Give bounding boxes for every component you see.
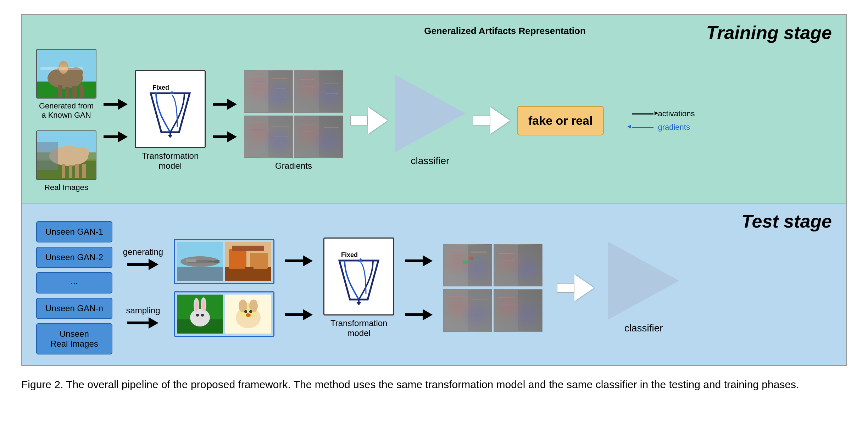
svg-rect-38	[303, 86, 315, 87]
test-thumb-room	[225, 242, 271, 281]
arrows-to-test-grads	[405, 255, 433, 320]
transform-inner-train: Fixed	[135, 70, 206, 148]
figure-caption: Figure 2. The overall pipeline of the pr…	[21, 366, 801, 396]
legend-box: activations gradients	[632, 109, 695, 132]
training-content: Generated froma Known GAN	[36, 42, 832, 192]
svg-rect-35	[295, 71, 319, 112]
svg-rect-44	[247, 122, 266, 123]
transform-box-train: Fixed Transformationmodel	[135, 70, 206, 171]
gan-list: Unseen GAN-1 Unseen GAN-2 ··· Unseen GAN…	[36, 221, 112, 354]
double-arrow-left	[104, 99, 128, 142]
classifier-box-test: classifier	[608, 242, 679, 334]
transform-inner-test: Fixed	[323, 237, 394, 315]
svg-point-76	[201, 314, 204, 317]
svg-point-15	[77, 148, 89, 157]
svg-rect-65	[250, 253, 268, 269]
svg-rect-25	[244, 71, 293, 112]
grad-img-test-1	[443, 244, 542, 286]
svg-point-77	[198, 317, 202, 320]
svg-rect-6	[72, 86, 77, 97]
svg-rect-45	[250, 129, 266, 130]
svg-point-85	[246, 313, 251, 317]
arrows-after-images	[285, 255, 313, 320]
test-stage: Test stage Unseen GAN-1 Unseen GAN-2 ···…	[22, 203, 846, 365]
gradients-label-train: Gradients	[275, 161, 312, 171]
test-img-grids	[174, 239, 274, 337]
big-arrow-to-classifier-train	[350, 107, 388, 134]
svg-rect-19	[82, 164, 86, 178]
svg-rect-97	[469, 257, 474, 260]
input-images-col: Generated froma Known GAN	[36, 49, 96, 192]
svg-rect-32	[246, 91, 267, 92]
transform-label-test: Transformationmodel	[330, 318, 388, 338]
svg-rect-102	[502, 260, 514, 261]
legend-gradients-label: gradients	[658, 123, 690, 132]
svg-rect-27	[268, 71, 293, 112]
svg-rect-61	[196, 258, 202, 260]
svg-point-84	[249, 310, 252, 313]
svg-rect-52	[299, 124, 316, 124]
test-content: Unseen GAN-1 Unseen GAN-2 ··· Unseen GAN…	[36, 214, 832, 354]
training-stage: Training stage Generalized Artifacts Rep…	[22, 15, 846, 203]
sampling-label: sampling	[126, 306, 160, 315]
input1-label: Generated froma Known GAN	[39, 101, 94, 120]
gan-box-1: Unseen GAN-1	[36, 221, 112, 242]
generating-label: generating	[123, 247, 163, 257]
svg-rect-96	[463, 260, 468, 264]
image-box-gan: Generated froma Known GAN	[36, 49, 96, 120]
svg-point-73	[195, 301, 198, 311]
svg-rect-10	[40, 67, 83, 70]
svg-marker-23	[168, 135, 173, 138]
classifier-label-test: classifier	[624, 323, 663, 334]
legend-gradients: gradients	[632, 123, 695, 132]
svg-point-83	[244, 310, 247, 313]
svg-rect-99	[494, 245, 518, 286]
svg-rect-20	[37, 142, 58, 170]
svg-rect-110	[518, 290, 542, 331]
svg-rect-54	[324, 127, 339, 128]
transform-box-test: Fixed Transformationmodel	[323, 237, 394, 338]
svg-rect-111	[498, 297, 515, 298]
svg-rect-100	[518, 245, 542, 286]
gan-box-dots: ···	[36, 272, 112, 294]
svg-rect-92	[468, 245, 492, 286]
test-img-grid-bottom	[174, 291, 274, 337]
svg-rect-98	[494, 245, 542, 286]
svg-rect-34	[295, 71, 343, 112]
gradients-col-test	[443, 244, 542, 332]
svg-rect-93	[447, 250, 464, 251]
legend-line-gradients	[632, 127, 653, 128]
gradients-col-train: Gradients	[244, 70, 343, 171]
test-thumb-dog	[225, 295, 271, 334]
svg-rect-37	[300, 79, 314, 80]
svg-rect-66	[232, 246, 264, 251]
svg-rect-60	[186, 259, 196, 262]
svg-rect-90	[444, 245, 492, 286]
transform-label-train: Transformationmodel	[142, 151, 199, 171]
image-box-real: Real Images	[36, 130, 96, 192]
svg-rect-108	[494, 290, 542, 331]
svg-point-75	[196, 314, 199, 317]
gan-box-2: Unseen GAN-2	[36, 247, 112, 268]
svg-marker-88	[356, 302, 361, 305]
double-arrow-mid	[213, 99, 237, 142]
svg-rect-51	[319, 116, 343, 158]
gan-box-n: Unseen GAN-n	[36, 298, 112, 319]
test-thumb-rabbit	[177, 295, 223, 334]
legend-line-activations	[632, 113, 653, 114]
svg-rect-5	[65, 87, 69, 97]
svg-rect-109	[494, 290, 518, 331]
classifier-shape-train	[395, 74, 466, 152]
svg-rect-17	[69, 165, 72, 178]
classifier-label-train: classifier	[411, 155, 450, 167]
big-arrow-to-classifier-test	[557, 274, 594, 301]
input2-label: Real Images	[44, 183, 88, 192]
svg-rect-48	[245, 140, 268, 141]
grad-img-1	[244, 70, 343, 113]
svg-rect-47	[274, 136, 288, 137]
svg-rect-18	[75, 164, 79, 178]
svg-rect-107	[472, 300, 489, 300]
svg-rect-33	[270, 97, 288, 98]
gen-sample-section: generating sampling	[123, 247, 163, 329]
svg-rect-40	[326, 93, 338, 94]
